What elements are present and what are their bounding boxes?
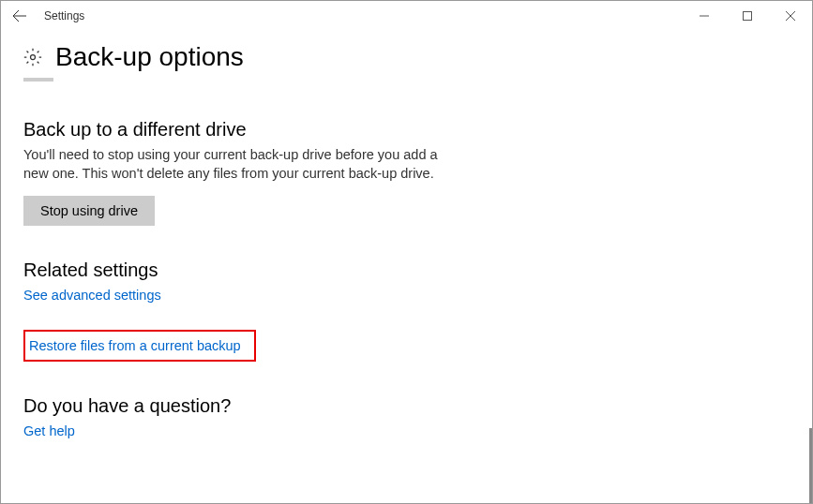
related-heading: Related settings xyxy=(23,259,790,281)
svg-point-4 xyxy=(31,55,36,60)
window-controls xyxy=(683,1,812,31)
scrollbar-thumb[interactable] xyxy=(809,428,812,503)
backup-description: You'll need to stop using your current b… xyxy=(23,146,445,183)
minimize-button[interactable] xyxy=(683,1,726,31)
close-icon xyxy=(786,11,795,21)
related-settings-section: Related settings See advanced settings R… xyxy=(23,259,790,362)
content-area: Back-up options Back up to a different d… xyxy=(1,31,812,496)
gear-icon xyxy=(23,48,42,67)
back-arrow-icon xyxy=(12,8,27,23)
window-title: Settings xyxy=(44,9,84,22)
page-title: Back-up options xyxy=(55,42,244,72)
maximize-icon xyxy=(743,11,752,21)
get-help-link[interactable]: Get help xyxy=(23,423,75,438)
svg-rect-1 xyxy=(744,12,752,21)
backup-heading: Back up to a different drive xyxy=(23,119,790,141)
restore-files-link[interactable]: Restore files from a current backup xyxy=(29,338,241,353)
close-button[interactable] xyxy=(769,1,812,31)
minimize-icon xyxy=(700,11,709,21)
titlebar: Settings xyxy=(1,1,812,31)
help-section: Do you have a question? Get help xyxy=(23,395,790,439)
stop-using-drive-button[interactable]: Stop using drive xyxy=(23,196,155,226)
help-heading: Do you have a question? xyxy=(23,395,790,417)
title-underline xyxy=(23,78,53,82)
maximize-button[interactable] xyxy=(726,1,769,31)
page-header: Back-up options xyxy=(23,42,790,72)
back-button[interactable] xyxy=(1,1,38,31)
restore-highlight-box: Restore files from a current backup xyxy=(23,330,256,362)
advanced-settings-link[interactable]: See advanced settings xyxy=(23,288,161,303)
backup-section: Back up to a different drive You'll need… xyxy=(23,119,790,226)
